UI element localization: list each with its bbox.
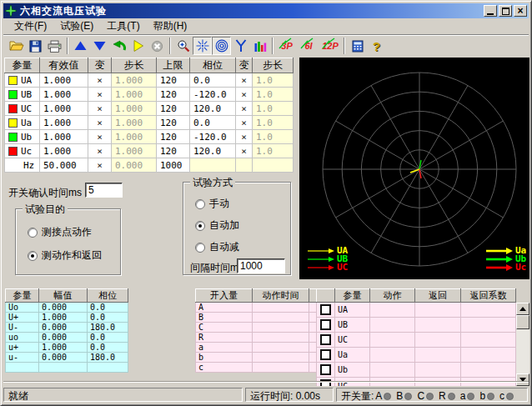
phase-cell[interactable]: 0.0 <box>190 73 236 88</box>
phase-cell <box>190 158 236 173</box>
menu-file[interactable]: 文件(F) <box>8 18 53 35</box>
bar-view-button[interactable] <box>250 37 269 55</box>
phase-step-cell[interactable]: 1.0 <box>253 73 294 88</box>
phase-cell[interactable]: -120.0 <box>190 88 236 102</box>
rms-cell[interactable]: 1.000 <box>40 88 88 102</box>
limit-cell[interactable]: 120 <box>157 73 190 88</box>
step-cell[interactable]: 1.000 <box>112 116 157 130</box>
calculator-button[interactable] <box>348 37 367 55</box>
limit-cell[interactable]: 120 <box>157 88 190 102</box>
vary-toggle[interactable]: × <box>88 88 112 102</box>
checkbox[interactable] <box>320 319 331 330</box>
checkbox[interactable] <box>320 334 331 345</box>
spiral-view-button[interactable] <box>212 37 231 55</box>
print-button[interactable] <box>45 37 64 55</box>
zoom-button[interactable] <box>173 37 193 55</box>
scroll-down-button[interactable] <box>516 373 529 386</box>
switch-state-icon <box>448 393 455 400</box>
vary-toggle[interactable]: × <box>236 116 253 130</box>
rms-cell[interactable]: 1.000 <box>40 73 88 88</box>
step-cell[interactable]: 1.000 <box>112 88 157 102</box>
radio-button-selected[interactable] <box>28 251 38 261</box>
limit-cell[interactable]: 120 <box>157 144 190 158</box>
vary-toggle[interactable]: × <box>88 144 112 158</box>
bar-chart-icon <box>253 40 267 53</box>
open-button[interactable] <box>7 37 26 55</box>
vary-toggle[interactable]: × <box>88 116 112 130</box>
confirm-time-input[interactable] <box>85 183 123 198</box>
limit-cell[interactable]: 120 <box>157 116 190 130</box>
vary-toggle[interactable]: × <box>88 73 112 88</box>
rms-cell[interactable]: 1.000 <box>40 102 88 116</box>
menu-tools[interactable]: 工具(T) <box>100 18 146 35</box>
col-header: 参量 <box>335 289 370 303</box>
step-cell[interactable]: 1.000 <box>112 130 157 144</box>
phase-step-cell[interactable]: 1.0 <box>253 88 294 102</box>
raise-button[interactable] <box>71 37 90 55</box>
step-cell[interactable]: 1.000 <box>112 144 157 158</box>
mode-3p-button[interactable]: 3P <box>276 37 298 55</box>
vary-toggle[interactable]: × <box>88 130 112 144</box>
phase-step-cell[interactable]: 1.0 <box>253 144 294 158</box>
scrollbar-thumb[interactable] <box>516 315 529 329</box>
col-header: 步长 <box>253 58 294 73</box>
maximize-button[interactable] <box>499 5 512 17</box>
vertical-scrollbar[interactable] <box>516 303 529 386</box>
rms-cell[interactable]: 50.000 <box>40 158 88 173</box>
lower-button[interactable] <box>90 37 109 55</box>
checkbox[interactable] <box>320 364 331 375</box>
step-cell[interactable]: 1.000 <box>112 73 157 88</box>
phase-step-cell[interactable]: 1.0 <box>253 116 294 130</box>
help-button[interactable]: ? <box>367 37 386 55</box>
checkbox[interactable] <box>320 349 331 360</box>
table-row: UA <box>317 303 516 318</box>
menu-test[interactable]: 试验(E) <box>53 18 100 35</box>
phase-cell[interactable]: 0.0 <box>190 116 236 130</box>
minimize-button[interactable] <box>484 5 497 17</box>
radio-button-selected[interactable] <box>195 221 205 231</box>
phasor-display: UA UB UC Ua Ub Uc <box>299 58 529 279</box>
phase-cell[interactable]: 120.0 <box>190 102 236 116</box>
menu-help[interactable]: 帮助(H) <box>147 18 194 35</box>
interval-input[interactable] <box>237 258 285 273</box>
purpose-option-contact: 测接点动作 <box>28 225 92 239</box>
radio-button[interactable] <box>195 199 205 209</box>
step-cell[interactable]: 1.000 <box>112 102 157 116</box>
start-button[interactable] <box>128 37 148 55</box>
vary-toggle[interactable]: × <box>88 158 112 173</box>
stop-button[interactable] <box>148 37 167 55</box>
limit-cell[interactable]: 120 <box>157 102 190 116</box>
rms-cell[interactable]: 1.000 <box>40 144 88 158</box>
limit-cell[interactable]: 1000 <box>157 158 190 173</box>
mode-6i-button[interactable]: 6I <box>298 37 319 55</box>
rms-cell[interactable]: 1.000 <box>40 130 88 144</box>
vary-toggle[interactable]: × <box>236 88 253 102</box>
arrow-icon <box>486 263 513 272</box>
scroll-up-icon <box>519 303 526 311</box>
rms-cell[interactable]: 1.000 <box>40 116 88 130</box>
radio-button[interactable] <box>195 243 205 253</box>
col-header: 变 <box>88 58 112 73</box>
checkbox[interactable] <box>320 304 331 315</box>
step-cell[interactable]: 0.000 <box>112 158 157 173</box>
radio-button[interactable] <box>28 228 38 238</box>
phase-cell[interactable]: 120.0 <box>190 144 236 158</box>
table-row: Uc 1.000 × 1.000 120 120.0 × 1.0 <box>5 144 294 158</box>
phase-step-cell[interactable]: 1.0 <box>253 102 294 116</box>
scroll-up-button[interactable] <box>516 303 529 315</box>
vary-toggle[interactable]: × <box>236 130 253 144</box>
vary-toggle[interactable]: × <box>236 144 253 158</box>
close-button[interactable]: × <box>514 5 527 17</box>
phase-cell[interactable]: -120.0 <box>190 130 236 144</box>
reset-button[interactable] <box>109 37 128 55</box>
close-icon: × <box>517 6 523 16</box>
phasor-view-button[interactable] <box>193 37 212 55</box>
vary-toggle[interactable]: × <box>88 102 112 116</box>
phase-step-cell[interactable]: 1.0 <box>253 130 294 144</box>
save-button[interactable] <box>26 37 45 55</box>
vary-toggle[interactable]: × <box>236 102 253 116</box>
limit-cell[interactable]: 120 <box>157 130 190 144</box>
mode-12p-button[interactable]: 12P <box>319 37 341 55</box>
vector-view-button[interactable] <box>231 37 250 55</box>
vary-toggle[interactable]: × <box>236 73 253 88</box>
